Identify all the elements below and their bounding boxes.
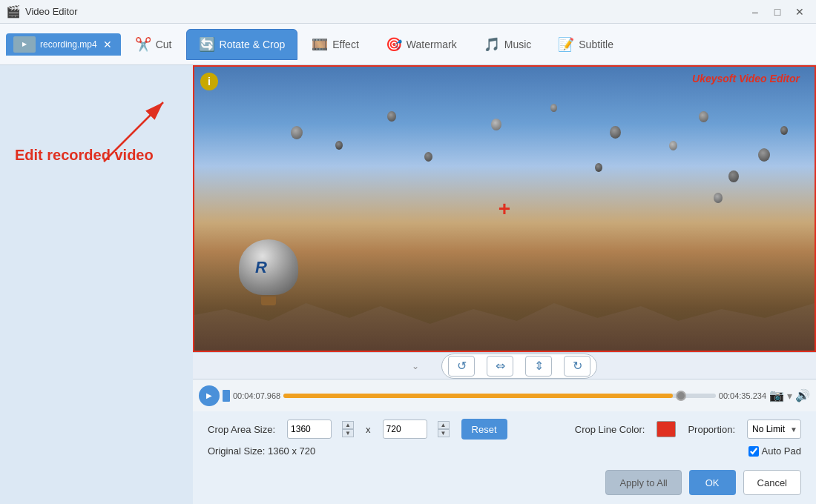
balloon-7: [610, 126, 621, 139]
cancel-button[interactable]: Cancel: [743, 470, 801, 495]
watermark-text: Ukeysoft Video Editor: [692, 73, 800, 84]
rotate-bar: ⌄ ↺ ⇔ ⇕ ↻: [193, 352, 816, 379]
crop-line-color-label: Crop Line Color:: [575, 424, 645, 435]
tab-cut-label: Cut: [156, 39, 172, 50]
file-tab: ▶ recording.mp4 ✕: [6, 33, 121, 56]
balloon-12: [714, 193, 723, 203]
balloon-11: [728, 170, 739, 182]
crop-height-down[interactable]: ▼: [438, 429, 450, 437]
auto-pad-text: Auto Pad: [762, 445, 802, 457]
balloon-13: [758, 148, 770, 162]
rotate-icon: 🔄: [199, 36, 215, 53]
crop-height-spinner: ▲ ▼: [438, 421, 450, 437]
tab-bar: ▶ recording.mp4 ✕ ✂️ Cut 🔄 Rotate & Crop…: [0, 24, 816, 65]
tab-watermark-label: Watermark: [407, 39, 457, 50]
balloon-body: [239, 239, 298, 295]
crop-width-spinner: ▲ ▼: [342, 421, 354, 437]
balloon-8: [595, 163, 602, 172]
rotate-left-button[interactable]: ↺: [448, 356, 475, 377]
subtitle-icon: 📝: [558, 36, 574, 53]
crop-height-up[interactable]: ▲: [438, 421, 450, 429]
balloon-basket: [261, 296, 276, 305]
crop-width-input[interactable]: [287, 420, 332, 439]
file-tab-label: recording.mp4: [40, 39, 97, 50]
tab-subtitle-label: Subtitle: [579, 39, 613, 50]
crop-width-down[interactable]: ▼: [342, 429, 354, 437]
tab-music[interactable]: 🎵 Music: [471, 29, 544, 60]
chevron-down-icon[interactable]: ▾: [787, 390, 792, 402]
original-size-row: Original Size: 1360 x 720 Auto Pad: [208, 445, 801, 457]
tab-effect[interactable]: 🎞️ Effect: [299, 29, 372, 60]
progress-bar[interactable]: [283, 394, 716, 398]
multiply-label: x: [366, 424, 371, 435]
apply-to-all-button[interactable]: Apply to All: [605, 470, 681, 495]
bottom-controls: Crop Area Size: ▲ ▼ x ▲ ▼ Reset Crop Lin…: [193, 411, 816, 464]
rotate-controls-group: ↺ ⇔ ⇕ ↻: [441, 354, 597, 379]
tab-subtitle[interactable]: 📝 Subtitle: [545, 29, 626, 60]
balloon-1: [291, 126, 303, 139]
info-icon[interactable]: i: [200, 73, 218, 90]
tab-watermark[interactable]: 🎯 Watermark: [373, 29, 470, 60]
bottom-buttons: Apply to All OK Cancel: [193, 464, 816, 504]
tab-cut[interactable]: ✂️ Cut: [122, 29, 185, 60]
flip-vertical-button[interactable]: ⇕: [525, 356, 552, 377]
rotate-right-button[interactable]: ↻: [564, 356, 590, 377]
video-panel: i Ukeysoft Video Editor: [193, 65, 816, 504]
balloon-10: [669, 141, 677, 150]
balloon-9: [699, 111, 708, 122]
ok-button[interactable]: OK: [689, 470, 736, 495]
crop-line-color-picker[interactable]: [657, 421, 676, 437]
crop-width-up[interactable]: ▲: [342, 421, 354, 429]
flip-horizontal-button[interactable]: ⇔: [487, 356, 513, 377]
tab-rotate-crop[interactable]: 🔄 Rotate & Crop: [186, 29, 298, 60]
balloon-3: [335, 141, 343, 150]
title-bar: 🎬 Video Editor – □ ✕: [0, 0, 816, 24]
volume-icon[interactable]: 🔊: [795, 388, 810, 402]
app-icon: 🎬: [6, 4, 21, 19]
window-title: Video Editor: [25, 6, 78, 17]
current-time: 00:04:07.968: [233, 391, 280, 400]
file-thumbnail: ▶: [13, 36, 36, 53]
progress-fill: [283, 394, 672, 398]
reset-button[interactable]: Reset: [461, 419, 507, 440]
tab-rotate-label: Rotate & Crop: [220, 39, 286, 50]
original-size-label: Original Size: 1360 x 720: [208, 445, 315, 457]
watermark-icon: 🎯: [386, 36, 402, 53]
proportion-label: Proportion:: [688, 424, 735, 435]
crop-area-label: Crop Area Size:: [208, 424, 275, 435]
tab-effect-label: Effect: [332, 39, 359, 50]
main-balloon: [239, 239, 298, 306]
left-panel: Edit recorded video: [0, 65, 193, 504]
balloon-4: [491, 119, 501, 130]
annotation-arrow: [45, 87, 193, 176]
close-button[interactable]: ✕: [789, 1, 810, 22]
proportion-select[interactable]: No Limit 16:9 4:3 1:1 9:16: [747, 420, 801, 439]
minimize-button[interactable]: –: [745, 1, 766, 22]
play-button[interactable]: ▶: [199, 385, 220, 406]
crop-size-row: Crop Area Size: ▲ ▼ x ▲ ▼ Reset Crop Lin…: [208, 419, 801, 440]
music-icon: 🎵: [484, 36, 500, 53]
transport-bar: ▶ 00:04:07.968 00:04:35.234 📷 ▾ 🔊: [193, 379, 816, 411]
crop-height-input[interactable]: [383, 420, 427, 439]
effect-icon: 🎞️: [312, 36, 328, 53]
file-tab-close-button[interactable]: ✕: [102, 39, 113, 50]
crosshair: +: [499, 197, 510, 221]
balloon-6: [550, 104, 557, 112]
main-content: Edit recorded video i Ukeysoft Video Edi…: [0, 65, 816, 504]
title-bar-controls: – □ ✕: [745, 1, 810, 22]
auto-pad-checkbox[interactable]: [748, 446, 759, 457]
video-background: i Ukeysoft Video Editor: [194, 67, 815, 351]
balloon-5: [424, 152, 432, 162]
video-area[interactable]: i Ukeysoft Video Editor: [193, 65, 816, 352]
cut-icon: ✂️: [135, 36, 151, 53]
progress-thumb[interactable]: [676, 391, 686, 401]
stop-button[interactable]: [223, 390, 230, 402]
maximize-button[interactable]: □: [767, 1, 788, 22]
proportion-select-wrapper: No Limit 16:9 4:3 1:1 9:16 ▼: [747, 420, 801, 439]
tab-music-label: Music: [504, 39, 532, 50]
camera-icon[interactable]: 📷: [769, 388, 784, 402]
balloon-14: [780, 126, 788, 135]
total-time: 00:04:35.234: [719, 391, 766, 400]
auto-pad-label: Auto Pad: [748, 445, 802, 457]
balloon-2: [387, 111, 396, 122]
